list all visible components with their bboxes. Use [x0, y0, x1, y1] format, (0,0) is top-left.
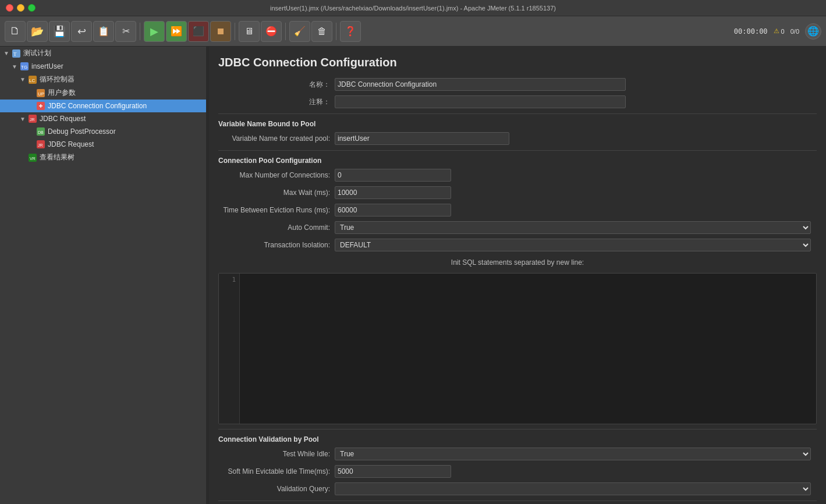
shutdown-icon: ⏹ [216, 26, 225, 37]
plan-icon: T [12, 49, 21, 58]
fraction-display: 0/0 [790, 28, 799, 35]
maximize-button[interactable] [28, 4, 36, 12]
jdbc-connection-icon [36, 101, 45, 111]
svg-text:T: T [13, 51, 17, 57]
soft-min-evictable-row: Soft Min Evictable Idle Time(ms): [218, 464, 817, 478]
toolbar-sep-3 [285, 23, 286, 40]
jdbc-request-parent-icon: JR [28, 114, 37, 123]
debug-postprocessor-label: Debug PostProcessor [48, 127, 116, 136]
divider-2 [218, 150, 817, 151]
max-connections-row: Max Number of Connections: [218, 168, 817, 182]
sidebar-item-jdbc-connection[interactable]: ▶ JDBC Connection Configuration [0, 100, 206, 112]
remote-start-button[interactable]: 🖥 [239, 21, 260, 42]
open-button[interactable]: 📂 [27, 21, 48, 42]
remote-stop-button[interactable]: ⛔ [261, 21, 282, 42]
sidebar-item-debug-postprocessor[interactable]: ▶ DB Debug PostProcessor [0, 125, 206, 138]
divider-4 [218, 501, 817, 501]
sql-gutter: 1 [219, 274, 240, 424]
init-sql-label: Init SQL statements separated by new lin… [218, 258, 817, 267]
clear-all-icon: 🗑 [317, 26, 327, 37]
time-between-label: Time Between Eviction Runs (ms): [218, 206, 335, 214]
run-button[interactable]: ▶ [144, 21, 165, 42]
sql-content[interactable] [240, 274, 816, 424]
help-icon: ❓ [345, 26, 356, 37]
revert-button[interactable]: ↩ [71, 21, 92, 42]
jdbc-request-child-icon: JR [36, 140, 45, 149]
max-connections-label: Max Number of Connections: [218, 171, 335, 179]
svg-text:LC: LC [29, 78, 35, 83]
variable-name-row: Variable Name for created pool: [218, 132, 817, 145]
soft-min-evictable-input[interactable] [335, 465, 451, 478]
soft-min-evictable-label: Soft Min Evictable Idle Time(ms): [218, 467, 335, 475]
toolbar-sep-1 [140, 23, 140, 40]
test-plan-label: 测试计划 [23, 48, 51, 58]
max-wait-label: Max Wait (ms): [218, 189, 335, 197]
auto-commit-select[interactable]: True False [335, 221, 811, 234]
validation-query-row: Validation Query: [218, 482, 817, 496]
new-icon: 🗋 [10, 25, 20, 37]
transaction-isolation-row: Transaction Isolation: DEFAULT TRANSACTI… [218, 238, 817, 252]
clear-icon: 🧹 [294, 26, 306, 37]
name-row: 名称： [218, 77, 817, 91]
test-while-idle-select[interactable]: True False [335, 448, 811, 460]
clear-button[interactable]: 🧹 [289, 21, 310, 42]
validation-query-select[interactable] [335, 482, 811, 495]
name-label: 名称： [218, 80, 335, 90]
save-icon: 💾 [53, 25, 66, 38]
stop-button[interactable]: ⬛ [188, 21, 209, 42]
shutdown-button[interactable]: ⏹ [210, 21, 231, 42]
templates-icon: 📋 [98, 26, 109, 37]
tree-arrow-loop: ▼ [20, 76, 26, 83]
svg-text:TG: TG [21, 65, 27, 70]
time-between-row: Time Between Eviction Runs (ms): [218, 203, 817, 217]
view-results-icon: VR [28, 153, 37, 162]
sidebar-item-insert-user[interactable]: ▼ TG insertUser [0, 60, 206, 73]
window-title: insertUser(1).jmx (/Users/rachelxiao/Dow… [270, 5, 556, 12]
close-button[interactable] [6, 4, 13, 12]
max-connections-input[interactable] [335, 169, 451, 182]
name-input[interactable] [335, 78, 626, 91]
main-layout: ▼ T 测试计划 ▼ TG insertUser ▼ LC [0, 47, 826, 504]
sidebar-item-jdbc-request-parent[interactable]: ▼ JR JDBC Request [0, 112, 206, 125]
help-button[interactable]: ❓ [340, 21, 361, 42]
traffic-lights[interactable] [6, 4, 36, 12]
cut-button[interactable]: ✂ [115, 21, 136, 42]
clear-all-button[interactable]: 🗑 [311, 21, 332, 42]
comment-input[interactable] [335, 95, 626, 108]
jdbc-request-parent-label: JDBC Request [40, 115, 86, 123]
globe-button[interactable]: 🌐 [805, 23, 821, 40]
new-button[interactable]: 🗋 [5, 21, 26, 42]
jdbc-request-child-label: JDBC Request [48, 140, 94, 148]
insert-user-label: insertUser [31, 62, 63, 70]
svg-text:JR: JR [30, 118, 35, 122]
loop-icon: LC [28, 75, 37, 84]
run-no-pause-button[interactable]: ⏩ [166, 21, 187, 42]
sidebar-item-test-plan[interactable]: ▼ T 测试计划 [0, 47, 206, 60]
sidebar-item-user-params[interactable]: ▶ UP 用户参数 [0, 86, 206, 100]
sidebar-item-jdbc-request-child[interactable]: ▶ JR JDBC Request [0, 138, 206, 151]
run-icon: ▶ [150, 25, 158, 38]
save-button[interactable]: 💾 [49, 21, 70, 42]
sql-editor: 1 [218, 273, 817, 424]
sidebar-item-view-results[interactable]: ▶ VR 查看结果树 [0, 151, 206, 164]
svg-text:UP: UP [38, 91, 44, 97]
tree-arrow-jdbc-request-parent: ▼ [20, 116, 26, 122]
warning-display: ⚠ 0 [774, 27, 785, 35]
cut-icon: ✂ [122, 26, 130, 37]
run-no-pause-icon: ⏩ [171, 26, 182, 37]
minimize-button[interactable] [17, 4, 24, 12]
test-while-idle-label: Test While Idle: [218, 450, 335, 458]
comment-row: 注释： [218, 95, 817, 109]
max-wait-input[interactable] [335, 186, 451, 199]
time-between-input[interactable] [335, 204, 451, 216]
sidebar-item-loop-controller[interactable]: ▼ LC 循环控制器 [0, 73, 206, 86]
svg-text:DB: DB [38, 130, 44, 134]
templates-button[interactable]: 📋 [93, 21, 114, 42]
variable-name-input[interactable] [335, 132, 509, 145]
svg-text:VR: VR [30, 157, 36, 161]
divider-3 [218, 429, 817, 430]
tree-arrow-test-plan: ▼ [3, 50, 9, 56]
divider-1 [218, 113, 817, 114]
transaction-isolation-select[interactable]: DEFAULT TRANSACTION_NONE TRANSACTION_REA… [335, 239, 811, 251]
sql-line-number-1: 1 [219, 276, 236, 283]
